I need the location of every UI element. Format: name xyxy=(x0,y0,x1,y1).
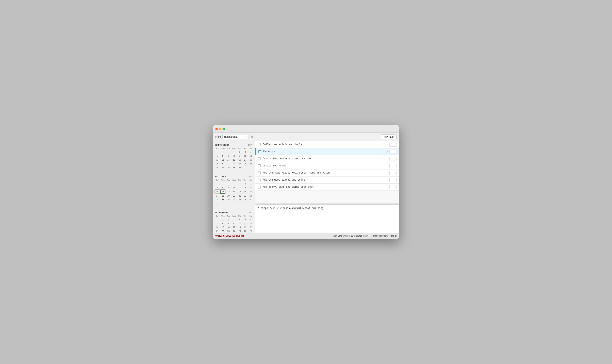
calendar-day[interactable]: 18 xyxy=(248,158,254,162)
calendar-day[interactable]: 27 xyxy=(248,229,254,233)
calendar-day[interactable]: 4 xyxy=(220,186,226,189)
task-checkbox-4[interactable] xyxy=(258,164,261,167)
calendar-day[interactable]: 16 xyxy=(237,158,243,162)
calendar-day[interactable]: 21 xyxy=(215,229,220,233)
calendar-day[interactable]: 14 xyxy=(215,225,220,229)
calendar-day[interactable]: 11 xyxy=(237,222,243,225)
calendar-day[interactable]: 8 xyxy=(231,154,237,158)
maximize-button[interactable] xyxy=(223,128,225,130)
calendar-day[interactable]: 22 xyxy=(243,194,248,197)
calendar-day[interactable]: 23 xyxy=(237,162,243,165)
calendar-day[interactable]: 12 xyxy=(215,158,220,162)
close-button[interactable] xyxy=(215,128,218,130)
calendar-day[interactable]: 15 xyxy=(243,190,248,194)
task-row-6[interactable]: Add the wood planks and seats xyxy=(255,177,399,184)
calendar-day[interactable]: 18 xyxy=(220,194,226,197)
notes-panel[interactable]: * https://en.wikipedia.org/wiki/Boat_bui… xyxy=(255,205,399,233)
calendar-day[interactable]: 23 xyxy=(248,194,254,197)
calendar-day[interactable]: 25 xyxy=(220,198,226,201)
calendar-day[interactable]: 4 xyxy=(237,218,243,221)
calendar-day[interactable]: 6 xyxy=(248,218,254,221)
calendar-day[interactable]: 17 xyxy=(243,158,248,162)
new-task-button[interactable]: New Task xyxy=(381,134,397,139)
calendar-day[interactable]: 21 xyxy=(226,162,231,165)
calendar-day[interactable]: 27 xyxy=(220,166,226,169)
task-row-2[interactable]: Research ↗ xyxy=(255,148,399,155)
calendar-day[interactable]: 4 xyxy=(248,150,254,154)
calendar-day[interactable]: 20 xyxy=(220,162,226,165)
calendar-day[interactable]: 8 xyxy=(220,222,226,225)
task-duration-7[interactable] xyxy=(389,185,397,189)
calendar-day[interactable]: 26 xyxy=(226,198,231,201)
calendar-day[interactable]: 29 xyxy=(243,198,248,201)
calendar-day-oct10[interactable]: 10 xyxy=(215,190,220,194)
task-row-5[interactable]: Add the Seat Rails, Keel Strip, Sand and… xyxy=(255,169,399,177)
calendar-day[interactable]: 16 xyxy=(226,225,231,229)
calendar-day[interactable]: 20 xyxy=(231,194,237,197)
task-duration-5[interactable] xyxy=(389,171,397,175)
calendar-day[interactable]: 19 xyxy=(215,162,220,165)
task-checkbox-6[interactable] xyxy=(258,179,261,182)
calendar-day[interactable]: 3 xyxy=(215,186,220,189)
calendar-day[interactable] xyxy=(215,150,220,154)
calendar-day[interactable]: 7 xyxy=(237,186,243,189)
calendar-day[interactable]: 14 xyxy=(226,158,231,162)
calendar-day[interactable]: 27 xyxy=(231,198,237,201)
calendar-day[interactable]: 9 xyxy=(237,154,243,158)
calendar-day[interactable]: 9 xyxy=(226,222,231,225)
task-checkbox-1[interactable] xyxy=(258,143,261,146)
calendar-day[interactable]: 10 xyxy=(231,222,237,225)
task-duration-3[interactable] xyxy=(389,157,397,161)
calendar-day[interactable]: 21 xyxy=(237,194,243,197)
calendar-day[interactable]: 9 xyxy=(248,186,254,189)
calendar-day[interactable]: 3 xyxy=(243,150,248,154)
calendar-day[interactable]: 29 xyxy=(231,166,237,169)
task-duration-2[interactable] xyxy=(389,150,397,154)
calendar-day[interactable]: 7 xyxy=(226,154,231,158)
calendar-day[interactable]: 31 xyxy=(215,202,220,205)
calendar-day[interactable]: 6 xyxy=(220,154,226,158)
calendar-day[interactable]: 5 xyxy=(243,218,248,221)
calendar-day[interactable]: 24 xyxy=(231,229,237,233)
calendar-day[interactable]: 28 xyxy=(237,198,243,201)
calendar-day[interactable]: 13 xyxy=(248,222,254,225)
calendar-day-oct11-today[interactable]: 11 xyxy=(220,190,226,194)
task-duration-1[interactable] xyxy=(389,143,397,147)
calendar-day[interactable]: 1 xyxy=(243,182,248,185)
task-checkbox-7[interactable] xyxy=(258,186,261,188)
calendar-day[interactable]: 7 xyxy=(215,222,220,225)
calendar-day[interactable]: 6 xyxy=(231,186,237,189)
calendar-day[interactable]: 24 xyxy=(215,198,220,201)
calendar-day[interactable]: 25 xyxy=(248,162,254,165)
calendar-day[interactable]: 28 xyxy=(226,166,231,169)
calendar-day[interactable] xyxy=(220,150,226,154)
calendar-day[interactable]: 12 xyxy=(226,190,231,194)
calendar-day[interactable]: 13 xyxy=(231,190,237,194)
calendar-day[interactable]: 2 xyxy=(237,150,243,154)
calendar-day[interactable]: 30 xyxy=(248,198,254,201)
calendar-day[interactable]: 3 xyxy=(231,218,237,221)
calendar-day[interactable]: 19 xyxy=(226,194,231,197)
task-row-7[interactable]: Add epoxy, sand and paint your boat xyxy=(255,184,399,191)
calendar-day[interactable]: 25 xyxy=(237,229,243,233)
calendar-day[interactable]: 26 xyxy=(243,229,248,233)
plan-select[interactable]: Build a Boat xyxy=(222,135,249,139)
calendar-day[interactable]: 22 xyxy=(231,162,237,165)
calendar-day[interactable]: 22 xyxy=(220,229,226,233)
calendar-day[interactable]: 17 xyxy=(215,194,220,197)
calendar-day[interactable]: 30 xyxy=(237,166,243,169)
calendar-day[interactable]: 2 xyxy=(248,182,254,185)
external-link-icon[interactable]: ↗ xyxy=(386,150,388,153)
calendar-day[interactable]: 20 xyxy=(248,225,254,229)
calendar-day[interactable]: 1 xyxy=(220,218,226,221)
calendar-day[interactable]: 11 xyxy=(248,154,254,158)
calendar-day[interactable]: 5 xyxy=(215,154,220,158)
panel-divider[interactable]: • • • xyxy=(255,203,399,205)
calendar-day[interactable]: 15 xyxy=(220,225,226,229)
calendar-day[interactable]: 19 xyxy=(243,225,248,229)
task-row-3[interactable]: Create the center rib and transom xyxy=(255,155,399,162)
task-checkbox-3[interactable] xyxy=(258,157,261,160)
calendar-day[interactable]: 17 xyxy=(231,225,237,229)
gear-icon[interactable]: ⚙ xyxy=(250,135,254,139)
task-row-1[interactable]: Collect materials and tools xyxy=(255,141,399,148)
